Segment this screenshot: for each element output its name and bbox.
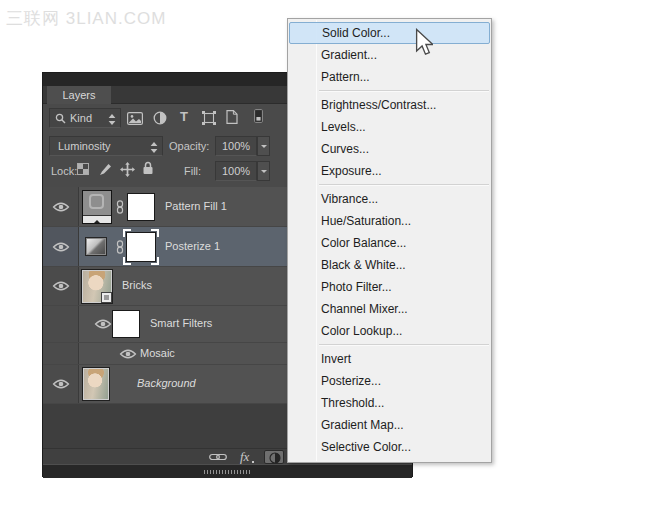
menu-item-photo-filter[interactable]: Photo Filter... xyxy=(288,276,491,298)
layer-mask-thumbnail[interactable] xyxy=(126,232,156,262)
tab-layers-label: Layers xyxy=(62,89,95,101)
screen: 三联网 3LIAN.COM Layers Kind T xyxy=(0,0,653,506)
layer-name: Background xyxy=(137,377,196,389)
adjustment-layer-menu: Solid Color... Gradient... Pattern... Br… xyxy=(287,18,492,463)
lock-position-button[interactable] xyxy=(120,162,135,177)
menu-item-solid-color[interactable]: Solid Color... xyxy=(289,22,490,44)
updown-arrows-icon xyxy=(150,142,158,153)
filter-toggle-switch[interactable] xyxy=(254,109,263,123)
menu-separator xyxy=(319,90,489,92)
shape-icon xyxy=(202,111,216,125)
eye-column xyxy=(43,306,79,342)
menu-item-gradient[interactable]: Gradient... xyxy=(288,44,491,66)
menu-item-black-and-white[interactable]: Black & White... xyxy=(288,254,491,276)
posterize-adjustment-icon[interactable] xyxy=(86,238,106,255)
link-layers-icon[interactable] xyxy=(209,452,227,462)
fill-dropdown-button[interactable] xyxy=(257,161,270,181)
menu-separator xyxy=(319,344,489,346)
pattern-scale-slider xyxy=(83,215,111,223)
lock-icon xyxy=(142,161,154,175)
link-icon xyxy=(116,200,124,214)
filter-smart-objects-button[interactable] xyxy=(226,110,238,124)
eye-icon[interactable] xyxy=(52,201,70,213)
watermark: 三联网 3LIAN.COM xyxy=(6,7,166,30)
menu-item-selective-color[interactable]: Selective Color... xyxy=(288,436,491,458)
menu-item-posterize[interactable]: Posterize... xyxy=(288,370,491,392)
filter-adjustment-layers-button[interactable] xyxy=(153,111,167,125)
smart-object-badge-icon xyxy=(101,292,112,303)
mask-selection-brackets xyxy=(123,229,159,265)
menu-item-invert[interactable]: Invert xyxy=(288,348,491,370)
opacity-dropdown-button[interactable] xyxy=(257,136,270,156)
menu-item-brightness-contrast[interactable]: Brightness/Contrast... xyxy=(288,94,491,116)
blend-mode-dropdown[interactable]: Luminosity xyxy=(49,136,163,156)
menu-item-exposure[interactable]: Exposure... xyxy=(288,160,491,182)
eye-column xyxy=(43,267,79,305)
eye-icon[interactable] xyxy=(119,348,137,360)
eye-icon[interactable] xyxy=(52,280,70,292)
eye-column xyxy=(43,187,79,226)
menu-item-color-balance[interactable]: Color Balance... xyxy=(288,232,491,254)
filter-name: Mosaic xyxy=(140,347,175,359)
lock-label: Lock: xyxy=(51,165,77,177)
lock-transparency-button[interactable] xyxy=(77,163,89,175)
type-icon: T xyxy=(180,109,188,124)
smart-filters-label: Smart Filters xyxy=(150,317,212,329)
tab-layers[interactable]: Layers xyxy=(47,86,111,104)
fill-value: 100% xyxy=(222,165,250,177)
layer-name: Posterize 1 xyxy=(165,240,220,252)
fill-value-field[interactable]: 100% xyxy=(215,161,257,181)
layer-thumbnail[interactable] xyxy=(82,270,112,303)
opacity-label: Opacity: xyxy=(169,140,209,152)
move-icon xyxy=(120,162,135,177)
menu-item-curves[interactable]: Curves... xyxy=(288,138,491,160)
menu-item-gradient-map[interactable]: Gradient Map... xyxy=(288,414,491,436)
layer-style-fx-button[interactable]: fx xyxy=(240,449,249,465)
toggle-switch-icon xyxy=(254,109,263,123)
layer-mask-thumbnail[interactable] xyxy=(127,193,155,221)
eye-icon[interactable] xyxy=(52,378,70,390)
opacity-value: 100% xyxy=(222,140,250,152)
panel-bottom-bar xyxy=(43,464,412,478)
half-circle-icon xyxy=(269,452,281,464)
lock-pixels-button[interactable] xyxy=(99,163,112,176)
eye-column xyxy=(43,343,79,364)
eye-column xyxy=(43,365,79,403)
filter-mask-thumbnail[interactable] xyxy=(112,310,140,338)
resize-grip[interactable] xyxy=(204,470,252,474)
menu-item-levels[interactable]: Levels... xyxy=(288,116,491,138)
menu-item-pattern[interactable]: Pattern... xyxy=(288,66,491,88)
filter-kind-label: Kind xyxy=(70,112,92,124)
half-circle-icon xyxy=(153,111,167,125)
filter-pixel-layers-button[interactable] xyxy=(127,112,143,125)
updown-arrows-icon xyxy=(108,114,116,125)
layer-name: Pattern Fill 1 xyxy=(165,200,227,212)
smart-object-icon xyxy=(226,110,238,124)
filter-type-layers-button[interactable]: T xyxy=(180,109,188,124)
search-icon xyxy=(55,113,66,124)
menu-item-vibrance[interactable]: Vibrance... xyxy=(288,188,491,210)
pattern-preview xyxy=(89,194,104,209)
mouse-cursor-icon xyxy=(415,28,433,56)
filter-kind-dropdown[interactable]: Kind xyxy=(49,108,121,128)
menu-item-threshold[interactable]: Threshold... xyxy=(288,392,491,414)
eye-icon[interactable] xyxy=(52,241,70,253)
menu-item-channel-mixer[interactable]: Channel Mixer... xyxy=(288,298,491,320)
fill-label: Fill: xyxy=(184,165,201,177)
layer-thumbnail[interactable] xyxy=(83,368,109,400)
new-adjustment-layer-button[interactable] xyxy=(264,450,284,464)
pattern-thumbnail[interactable] xyxy=(82,190,112,224)
eye-icon[interactable] xyxy=(94,318,112,330)
opacity-value-field[interactable]: 100% xyxy=(215,136,257,156)
lock-all-button[interactable] xyxy=(142,161,154,175)
brush-icon xyxy=(99,163,112,176)
menu-item-color-lookup[interactable]: Color Lookup... xyxy=(288,320,491,342)
checkerboard-icon xyxy=(77,163,89,175)
menu-separator xyxy=(319,184,489,186)
blend-mode-value: Luminosity xyxy=(58,140,111,152)
filter-shape-layers-button[interactable] xyxy=(202,111,216,125)
layer-name: Bricks xyxy=(122,279,152,291)
eye-column xyxy=(43,227,79,266)
menu-item-hue-saturation[interactable]: Hue/Saturation... xyxy=(288,210,491,232)
image-icon xyxy=(127,112,143,125)
